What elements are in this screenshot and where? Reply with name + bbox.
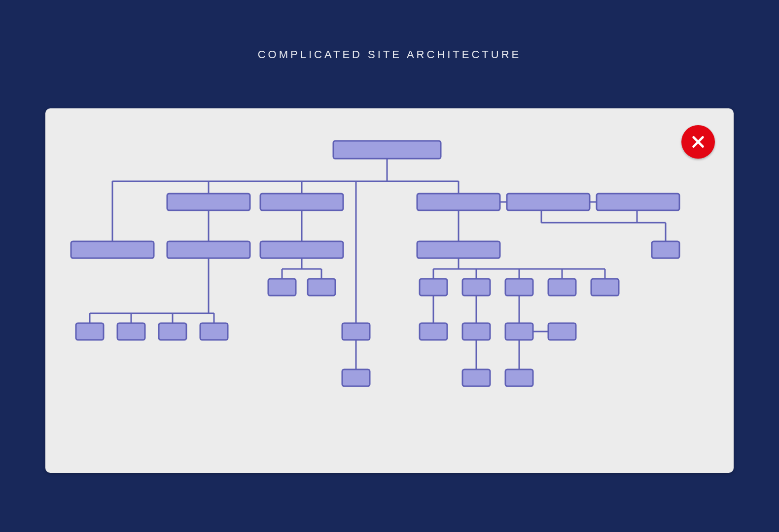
node-gc2a (268, 279, 296, 296)
node-rb2 (505, 369, 533, 386)
diagram-title: COMPLICATED SITE ARCHITECTURE (0, 0, 779, 61)
node-mid2 (342, 369, 370, 386)
node-rb1 (462, 369, 490, 386)
node-r5 (591, 279, 619, 296)
node-rr3s (548, 323, 576, 340)
node-r2 (462, 279, 490, 296)
node-r1 (420, 279, 447, 296)
node-rr1 (420, 323, 447, 340)
node-b3r2 (597, 194, 679, 210)
node-mid1 (342, 323, 370, 340)
node-bl2 (117, 323, 145, 340)
node-bl4 (200, 323, 228, 340)
node-r_small (652, 241, 679, 258)
node-L1a (71, 241, 154, 258)
node-L1b (167, 241, 250, 258)
node-b1 (167, 194, 250, 210)
node-bl3 (159, 323, 186, 340)
node-b2 (260, 194, 343, 210)
node-r3 (505, 279, 533, 296)
node-root (333, 141, 441, 159)
node-b3r1 (507, 194, 590, 210)
diagram-panel (45, 108, 734, 473)
node-gc2b (308, 279, 335, 296)
node-rr2 (462, 323, 490, 340)
node-rr3 (505, 323, 533, 340)
node-c3 (417, 241, 500, 258)
node-b3 (417, 194, 500, 210)
node-r4 (548, 279, 576, 296)
node-c2 (260, 241, 343, 258)
node-bl1 (76, 323, 104, 340)
site-architecture-diagram (45, 108, 734, 473)
